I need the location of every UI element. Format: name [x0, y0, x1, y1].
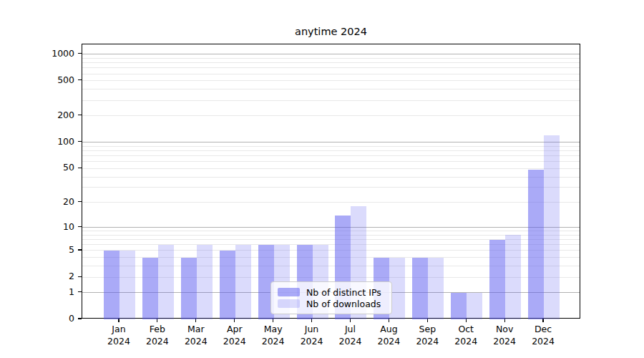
- y-tick-label: 5: [0, 244, 74, 256]
- legend-item-nb-of-downloads: Nb of downloads: [278, 298, 385, 309]
- bar-nb-of-distinct-ips-apr: [220, 251, 235, 319]
- y-tick-label: 2: [0, 271, 74, 282]
- minor-gridline: [82, 89, 580, 90]
- bar-nb-of-downloads-mar: [197, 245, 213, 319]
- bar-nb-of-downloads-nov: [505, 235, 521, 319]
- y-tick-mark: [78, 168, 82, 168]
- minor-gridline: [82, 62, 580, 63]
- y-tick-label: 1000: [0, 48, 74, 59]
- y-tick-label: 100: [0, 136, 74, 147]
- bar-nb-of-distinct-ips-nov: [489, 240, 505, 319]
- major-gridline: [82, 227, 580, 228]
- y-tick-mark: [78, 318, 82, 319]
- legend: Nb of distinct IPsNb of downloads: [270, 281, 392, 314]
- y-tick-mark: [78, 249, 82, 250]
- minor-gridline: [82, 231, 580, 231]
- bar-nb-of-distinct-ips-dec: [528, 170, 544, 319]
- minor-gridline: [82, 74, 580, 74]
- chart-title: anytime 2024: [82, 26, 580, 37]
- major-gridline: [82, 142, 580, 142]
- y-tick-label: 10: [0, 221, 74, 233]
- x-tick-month: Dec: [511, 324, 575, 336]
- y-tick-label: 50: [0, 162, 74, 173]
- legend-swatch-nb-of-distinct-ips: [278, 288, 300, 296]
- minor-gridline: [82, 155, 580, 156]
- legend-label: Nb of downloads: [306, 299, 381, 309]
- plot-area: Nb of distinct IPsNb of downloads: [82, 44, 580, 319]
- y-tick-mark: [78, 201, 82, 202]
- y-tick-mark: [78, 276, 82, 277]
- y-tick-label: 1: [0, 286, 74, 298]
- legend-label: Nb of distinct IPs: [306, 287, 381, 298]
- minor-gridline: [82, 115, 580, 116]
- x-tick-label: Dec2024: [511, 324, 575, 347]
- y-tick-mark: [78, 115, 82, 115]
- bar-nb-of-downloads-oct: [467, 293, 482, 319]
- bar-nb-of-downloads-dec: [544, 135, 560, 319]
- bar-nb-of-downloads-sep: [428, 258, 444, 319]
- bar-nb-of-distinct-ips-feb: [142, 258, 158, 319]
- y-tick-mark: [78, 53, 82, 54]
- bar-nb-of-distinct-ips-oct: [451, 293, 467, 319]
- bar-nb-of-downloads-jan: [119, 251, 135, 319]
- minor-gridline: [82, 168, 580, 169]
- bar-nb-of-downloads-feb: [158, 245, 174, 319]
- minor-gridline: [82, 58, 580, 59]
- minor-gridline: [82, 150, 580, 151]
- legend-item-nb-of-distinct-ips: Nb of distinct IPs: [278, 286, 385, 298]
- y-tick-label: 200: [0, 110, 74, 121]
- bar-nb-of-downloads-apr: [235, 245, 251, 319]
- minor-gridline: [82, 161, 580, 162]
- bar-nb-of-distinct-ips-jan: [104, 251, 119, 319]
- minor-gridline: [82, 100, 580, 101]
- x-tick-year: 2024: [511, 336, 575, 348]
- bar-nb-of-distinct-ips-mar: [181, 258, 197, 319]
- bar-nb-of-distinct-ips-sep: [412, 258, 428, 319]
- y-tick-label: 0: [0, 313, 74, 324]
- y-tick-mark: [78, 141, 82, 142]
- minor-gridline: [82, 67, 580, 68]
- minor-gridline: [82, 187, 580, 188]
- minor-gridline: [82, 146, 580, 147]
- minor-gridline: [82, 177, 580, 178]
- y-tick-mark: [78, 79, 82, 80]
- y-tick-label: 500: [0, 74, 74, 86]
- minor-gridline: [82, 80, 580, 81]
- major-gridline: [82, 54, 580, 54]
- legend-swatch-nb-of-downloads: [278, 299, 300, 308]
- minor-gridline: [82, 202, 580, 203]
- chart-figure: anytime 2024 Nb of distinct IPsNb of dow…: [0, 0, 644, 358]
- y-tick-mark: [78, 226, 82, 227]
- y-tick-label: 20: [0, 196, 74, 208]
- y-tick-mark: [78, 291, 82, 292]
